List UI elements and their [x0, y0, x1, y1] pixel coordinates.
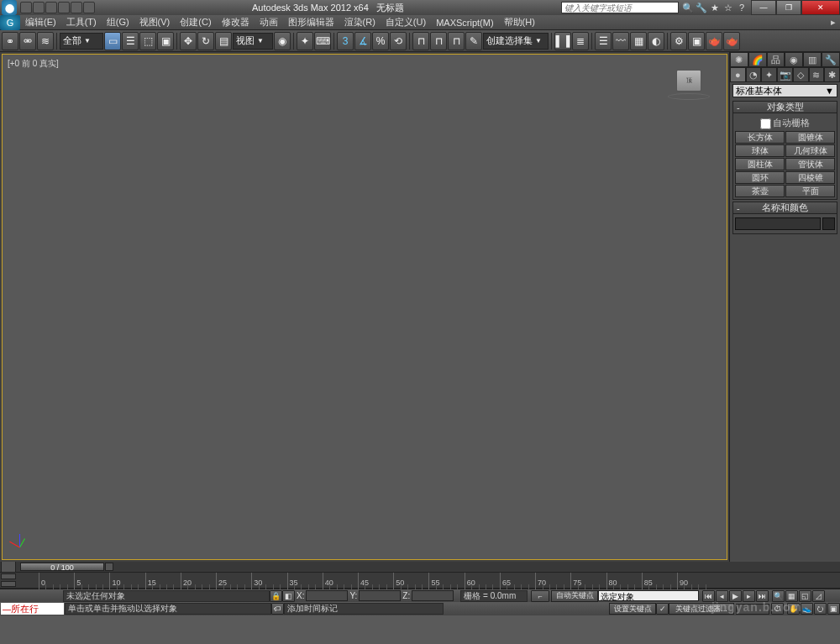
lock-ui-icon[interactable] — [1, 561, 16, 573]
motion-tab[interactable]: ◉ — [785, 52, 803, 67]
search-input[interactable] — [561, 2, 679, 13]
magnet1-icon[interactable]: ⊓ — [412, 32, 429, 50]
current-frame-input[interactable] — [736, 604, 769, 615]
zoom-ext-icon[interactable]: ◱ — [799, 590, 811, 602]
menu-overflow-icon[interactable]: ▸ — [828, 17, 840, 28]
minimize-button[interactable]: — — [751, 0, 776, 15]
primitive-几何球体[interactable]: 几何球体 — [785, 144, 835, 157]
menu-tools[interactable]: 工具(T) — [61, 16, 102, 29]
star-icon[interactable]: ★ — [709, 2, 721, 13]
play-icon[interactable]: ▶ — [729, 590, 742, 602]
shapes-icon[interactable]: ◔ — [746, 67, 762, 82]
lock-selection-icon[interactable]: 🔒 — [270, 590, 282, 602]
select-region-icon[interactable]: ⬚ — [139, 32, 156, 50]
maximize-button[interactable]: ❐ — [776, 0, 801, 15]
primitive-圆柱体[interactable]: 圆柱体 — [735, 158, 785, 170]
menu-custom[interactable]: 自定义(U) — [381, 16, 431, 29]
menu-render[interactable]: 渲染(R) — [339, 16, 381, 29]
time-slider-arrow-icon[interactable] — [105, 563, 113, 571]
primitive-平面[interactable]: 平面 — [785, 185, 835, 197]
ruler-toggle1-icon[interactable] — [1, 573, 16, 579]
keyboard-icon[interactable]: ⌨ — [314, 32, 331, 50]
magnet2-icon[interactable]: ⊓ — [430, 32, 447, 50]
primitive-圆锥体[interactable]: 圆锥体 — [785, 131, 835, 144]
hierarchy-tab[interactable]: 品 — [767, 52, 785, 67]
percent-snap-icon[interactable]: % — [372, 32, 389, 50]
goto-start-icon[interactable]: ⏮ — [702, 590, 715, 602]
qat-open-icon[interactable] — [33, 2, 45, 13]
pivot-icon[interactable]: ◉ — [274, 32, 291, 50]
helpers-icon[interactable]: ◇ — [793, 67, 809, 82]
schematic-icon[interactable]: ▦ — [630, 32, 647, 50]
render-icon[interactable]: 🫖 — [723, 32, 740, 50]
menu-maxscript[interactable]: MAXScript(M) — [431, 18, 498, 28]
primitive-茶壶[interactable]: 茶壶 — [735, 185, 785, 197]
menu-group[interactable]: 组(G) — [102, 16, 134, 29]
rotate-icon[interactable]: ↻ — [197, 32, 214, 50]
autogrid-checkbox[interactable]: 自动栅格 — [735, 115, 835, 131]
primitive-圆环[interactable]: 圆环 — [735, 171, 785, 184]
prev-frame-icon[interactable]: ◂ — [716, 590, 728, 602]
render-prod-icon[interactable]: 🫖 — [706, 32, 722, 50]
render-frame-icon[interactable]: ▣ — [688, 32, 705, 50]
spinner-snap-icon[interactable]: ⟲ — [390, 32, 407, 50]
viewcube[interactable]: 顶 — [676, 70, 701, 92]
scale-icon[interactable]: ▤ — [215, 32, 232, 50]
curve-editor-icon[interactable]: 〰 — [612, 32, 629, 50]
category-dropdown[interactable]: 标准基本体▼ — [732, 84, 837, 97]
select-by-name-icon[interactable]: ☰ — [122, 32, 139, 50]
keyfilter-button[interactable]: 关键点过滤器... — [669, 603, 734, 615]
utilities-tab[interactable]: 🔧 — [822, 52, 840, 67]
qat-redo-icon[interactable] — [71, 2, 82, 13]
lights-icon[interactable]: ✦ — [761, 67, 777, 82]
named-selection-dropdown[interactable]: 创建选择集▼ — [483, 33, 549, 50]
select-object-icon[interactable]: ▭ — [104, 32, 121, 50]
zoom-icon[interactable]: 🔍 — [772, 590, 785, 602]
geometry-icon[interactable]: ● — [730, 67, 746, 82]
y-input[interactable] — [359, 590, 401, 601]
autokey-button[interactable]: 自动关键点 — [551, 590, 598, 602]
modify-tab[interactable]: 🌈 — [748, 52, 767, 67]
menu-help[interactable]: 帮助(H) — [499, 16, 540, 29]
object-name-input[interactable] — [735, 217, 821, 230]
primitive-长方体[interactable]: 长方体 — [735, 131, 785, 144]
menu-create[interactable]: 创建(C) — [175, 16, 216, 29]
magnet3-icon[interactable]: ⊓ — [448, 32, 465, 50]
object-type-rollout[interactable]: -对象类型 — [732, 101, 837, 113]
close-button[interactable]: ✕ — [801, 0, 840, 15]
cameras-icon[interactable]: 📷 — [777, 67, 793, 82]
menu-animation[interactable]: 动画 — [255, 16, 283, 29]
x-input[interactable] — [306, 590, 348, 601]
link-icon[interactable]: ⚭ — [2, 32, 18, 50]
unlink-icon[interactable]: ⚮ — [19, 32, 36, 50]
layer-field[interactable]: — 所在行 — [1, 603, 64, 615]
menu-modifier[interactable]: 修改器 — [217, 16, 255, 29]
layers-icon[interactable]: ☰ — [595, 32, 612, 50]
orbit-icon[interactable]: ⭮ — [814, 603, 827, 615]
primitive-四棱锥[interactable]: 四棱锥 — [785, 171, 835, 184]
walk-icon[interactable]: 👟 — [801, 603, 813, 615]
material-icon[interactable]: ◐ — [648, 32, 664, 50]
menu-view[interactable]: 视图(V) — [134, 16, 176, 29]
ruler-toggle2-icon[interactable] — [1, 581, 16, 587]
isolate-icon[interactable]: ◧ — [282, 590, 295, 602]
key-icon[interactable]: ⌐ — [531, 590, 549, 602]
display-tab[interactable]: ▥ — [803, 52, 822, 67]
bind-icon[interactable]: ≋ — [37, 32, 54, 50]
time-slider[interactable]: 0 / 100 — [20, 563, 104, 571]
time-config-icon[interactable]: ⏱ — [771, 603, 784, 615]
create-tab[interactable]: ✺ — [730, 52, 748, 67]
zoom-all-icon[interactable]: ▦ — [785, 590, 798, 602]
viewport[interactable]: [+0 前 0 真实] 顶 — [2, 54, 727, 560]
angle-snap-icon[interactable]: ∡ — [354, 32, 371, 50]
snap-icon[interactable]: 3 — [337, 32, 354, 50]
object-color-swatch[interactable] — [822, 217, 835, 230]
viewport-label[interactable]: [+0 前 0 真实] — [8, 58, 59, 70]
primitive-球体[interactable]: 球体 — [735, 144, 785, 157]
add-time-tag[interactable]: 添加时间标记 — [284, 603, 444, 615]
viewcube-ring[interactable] — [668, 93, 710, 100]
pan-icon[interactable]: ✋ — [787, 603, 800, 615]
spacewarps-icon[interactable]: ≋ — [809, 67, 825, 82]
fov-icon[interactable]: ◿ — [812, 590, 825, 602]
window-crossing-icon[interactable]: ▣ — [157, 32, 174, 50]
